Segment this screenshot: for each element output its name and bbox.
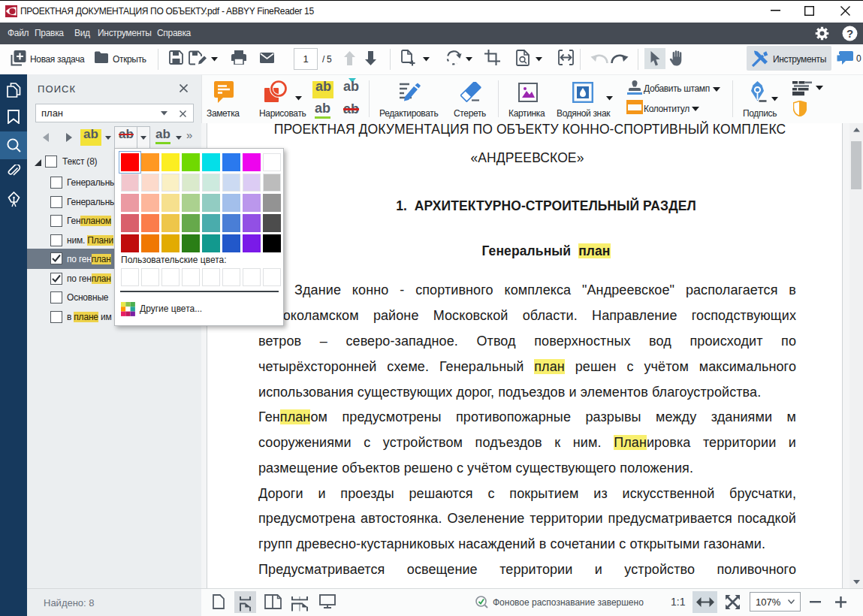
svg-text:?: ? [846, 27, 853, 40]
